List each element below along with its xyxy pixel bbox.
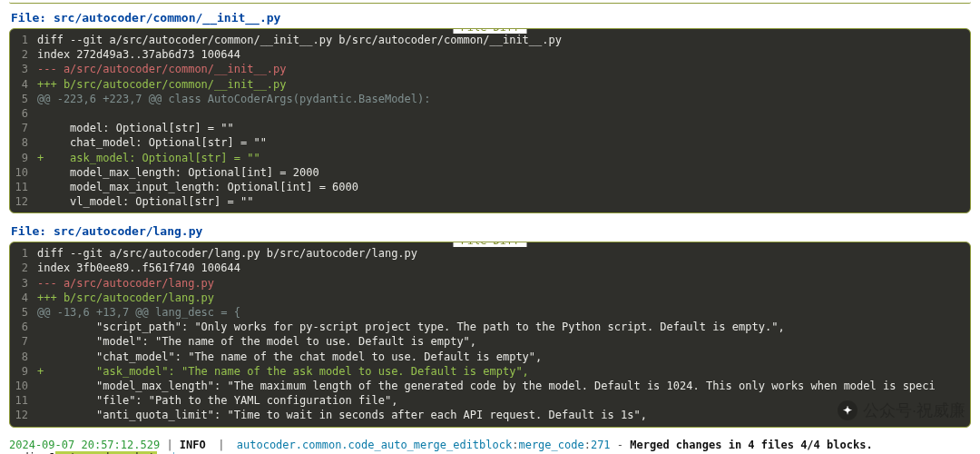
diff-line: 12 "anti_quota_limit": "Time to wait in …: [10, 408, 970, 422]
partial-panel-border-top: [9, 0, 971, 4]
diff-code: "model_max_length": "The maximum length …: [37, 379, 970, 393]
prompt-path: :~$: [157, 451, 183, 455]
log-level: INFO: [180, 439, 206, 451]
line-number: 11: [10, 393, 37, 408]
line-number: 10: [10, 379, 37, 393]
diff-code: +++ b/src/autocoder/lang.py: [37, 291, 970, 305]
diff-code: +++ b/src/autocoder/common/__init__.py: [37, 77, 970, 92]
line-number: 12: [10, 408, 37, 422]
diff-line: 6: [10, 106, 970, 121]
diff-line: 11 model_max_input_length: Optional[int]…: [10, 180, 970, 194]
diff-line: 2index 272d49a3..37ab6d73 100644: [10, 47, 970, 62]
diff-line: 7 model: Optional[str] = "": [10, 121, 970, 135]
diff-code: model: Optional[str] = "": [37, 121, 970, 135]
diff-code: @@ -223,6 +223,7 @@ class AutoCoderArgs(…: [37, 92, 970, 106]
diff-code: chat_model: Optional[str] = "": [37, 135, 970, 150]
diff-code: "file": "Path to the YAML configuration …: [37, 393, 970, 408]
line-number: 4: [10, 77, 37, 92]
diff-code: + "ask_model": "The name of the ask mode…: [37, 364, 970, 379]
line-number: 2: [10, 47, 37, 62]
diff-line: 4+++ b/src/autocoder/common/__init__.py: [10, 77, 970, 92]
log-status-line: 2024-09-07 20:57:12.529 | INFO | autocod…: [9, 439, 971, 451]
log-module: autocoder.common.code_auto_merge_editblo…: [237, 439, 512, 451]
file-diff-panel: File Diff1diff --git a/src/autocoder/com…: [9, 28, 971, 213]
diff-line: 6 "script_path": "Only works for py-scri…: [10, 320, 970, 334]
diff-code: "anti_quota_limit": "Time to wait in sec…: [37, 408, 970, 422]
file-diff-panel: File Diff1diff --git a/src/autocoder/lan…: [9, 242, 971, 427]
diff-line: 3--- a/src/autocoder/common/__init__.py: [10, 62, 970, 76]
diff-line: 5@@ -223,6 +223,7 @@ class AutoCoderArgs…: [10, 92, 970, 106]
diff-line: 5@@ -13,6 +13,7 @@ lang_desc = {: [10, 305, 970, 320]
diff-code: "chat_model": "The name of the chat mode…: [37, 350, 970, 364]
line-number: 9: [10, 151, 37, 165]
line-number: 5: [10, 92, 37, 106]
line-number: 11: [10, 180, 37, 194]
diff-line: 10 "model_max_length": "The maximum leng…: [10, 379, 970, 393]
diff-panel-title: File Diff: [453, 242, 526, 247]
diff-code: "model": "The name of the model to use. …: [37, 334, 970, 349]
diff-code: + ask_model: Optional[str] = "": [37, 151, 970, 165]
diff-line: 8 "chat_model": "The name of the chat mo…: [10, 350, 970, 364]
line-number: 1: [10, 246, 37, 261]
diff-code: --- a/src/autocoder/lang.py: [37, 276, 970, 291]
line-number: 10: [10, 165, 37, 180]
diff-line: 8 chat_model: Optional[str] = "": [10, 135, 970, 150]
shell-prompt[interactable]: coding@auto-coder.chat:~$: [9, 451, 971, 455]
log-function: merge_code: [518, 439, 583, 451]
diff-code: @@ -13,6 +13,7 @@ lang_desc = {: [37, 305, 970, 320]
line-number: 6: [10, 320, 37, 334]
line-number: 7: [10, 334, 37, 349]
diff-code: vl_model: Optional[str] = "": [37, 194, 970, 209]
line-number: 8: [10, 350, 37, 364]
diff-code: --- a/src/autocoder/common/__init__.py: [37, 62, 970, 76]
diff-line: 12 vl_model: Optional[str] = "": [10, 194, 970, 209]
diff-code: index 3fb0ee89..f561f740 100644: [37, 261, 970, 275]
line-number: 1: [10, 33, 37, 47]
line-number: 5: [10, 305, 37, 320]
line-number: 2: [10, 261, 37, 275]
diff-code: "script_path": "Only works for py-script…: [37, 320, 970, 334]
file-header: File: src/autocoder/lang.py: [11, 224, 971, 238]
log-message: Merged changes in 4 files 4/4 blocks.: [630, 439, 872, 451]
line-number: 8: [10, 135, 37, 150]
diff-line: 1diff --git a/src/autocoder/common/__ini…: [10, 33, 970, 47]
diff-code: diff --git a/src/autocoder/common/__init…: [37, 33, 970, 47]
diff-line: 11 "file": "Path to the YAML configurati…: [10, 393, 970, 408]
diff-line: 2index 3fb0ee89..f561f740 100644: [10, 261, 970, 275]
diff-line: 3--- a/src/autocoder/lang.py: [10, 276, 970, 291]
line-number: 12: [10, 194, 37, 209]
prompt-user: coding: [9, 451, 48, 455]
diff-line: 1diff --git a/src/autocoder/lang.py b/sr…: [10, 246, 970, 261]
diff-code: [37, 106, 970, 121]
prompt-host: auto-coder.chat: [55, 451, 157, 455]
line-number: 4: [10, 291, 37, 305]
log-line-number: 271: [591, 439, 611, 451]
diff-line: 7 "model": "The name of the model to use…: [10, 334, 970, 349]
diff-code: model_max_input_length: Optional[int] = …: [37, 180, 970, 194]
diff-line: 4+++ b/src/autocoder/lang.py: [10, 291, 970, 305]
diff-line: 9+ "ask_model": "The name of the ask mod…: [10, 364, 970, 379]
line-number: 3: [10, 62, 37, 76]
diff-line: 10 model_max_length: Optional[int] = 200…: [10, 165, 970, 180]
line-number: 7: [10, 121, 37, 135]
line-number: 6: [10, 106, 37, 121]
diff-code: model_max_length: Optional[int] = 2000: [37, 165, 970, 180]
diff-panel-title: File Diff: [453, 28, 526, 34]
file-header: File: src/autocoder/common/__init__.py: [11, 11, 971, 25]
log-timestamp: 2024-09-07 20:57:12.529: [9, 439, 160, 451]
diff-line: 9+ ask_model: Optional[str] = "": [10, 151, 970, 165]
line-number: 3: [10, 276, 37, 291]
line-number: 9: [10, 364, 37, 379]
diff-code: index 272d49a3..37ab6d73 100644: [37, 47, 970, 62]
diff-code: diff --git a/src/autocoder/lang.py b/src…: [37, 246, 970, 261]
